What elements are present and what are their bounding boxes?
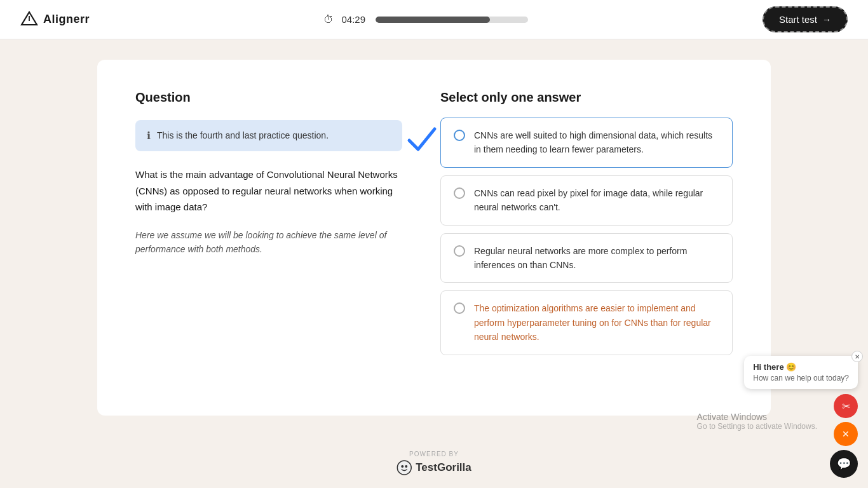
answer-options-list: CNNs are well suited to high dimensional… [440,118,733,355]
progress-bar-container [376,17,528,23]
chat-tooltip: ✕ Hi there 😊 How can we help out today? [744,356,858,389]
chat-open-button[interactable]: 💬 [830,450,858,478]
radio-option-4[interactable] [454,302,465,314]
answer-option-1[interactable]: CNNs are well suited to high dimensional… [440,118,733,168]
chat-emoji-button[interactable]: ✕ [834,422,858,446]
info-icon: ℹ [147,130,151,142]
footer: POWERED BY TestGorilla [397,451,471,475]
radio-option-2[interactable] [454,187,465,199]
logo-area: Alignerr [20,11,90,29]
question-note-text: Here we assume we will be looking to ach… [135,228,402,257]
chat-icon-buttons: ✂ ✕ 💬 [830,394,858,478]
answer-option-4[interactable]: The optimization algorithms are easier t… [440,290,733,355]
option-3-text: Regular neural networks are more complex… [474,244,719,273]
question-main-text: What is the main advantage of Convolutio… [135,166,402,215]
right-panel: Select only one answer CNNs are well sui… [440,90,733,385]
svg-point-4 [405,465,407,468]
question-section-title: Question [135,90,402,105]
chat-close-button[interactable]: ✕ [851,351,863,362]
answer-option-3[interactable]: Regular neural networks are more complex… [440,233,733,283]
svg-point-3 [401,465,403,468]
testgorilla-logo-icon [397,460,412,475]
option-4-text: The optimization algorithms are easier t… [474,301,719,344]
progress-bar-fill [376,17,490,23]
start-test-label: Start test [779,14,817,25]
info-box: ℹ This is the fourth and last practice q… [135,120,402,151]
main-content: Question ℹ This is the fourth and last p… [0,39,868,436]
chat-greeting: Hi there 😊 [753,362,849,372]
alignerr-logo-icon [20,11,38,29]
radio-option-1[interactable] [454,130,465,141]
svg-point-2 [397,461,411,475]
start-test-button[interactable]: Start test → [763,6,848,32]
timer-icon: ⏱ [323,14,334,25]
header: Alignerr ⏱ 04:29 Start test → [0,0,868,39]
timer-progress-area: ⏱ 04:29 [90,14,763,25]
question-card: Question ℹ This is the fourth and last p… [97,60,771,416]
chat-message: How can we help out today? [753,374,849,383]
option-2-text: CNNs can read pixel by pixel for image d… [474,186,719,215]
answer-option-2[interactable]: CNNs can read pixel by pixel for image d… [440,175,733,226]
answer-section-title: Select only one answer [440,90,733,105]
radio-option-3[interactable] [454,245,465,257]
option-1-text: CNNs are well suited to high dimensional… [474,128,719,157]
timer-display: 04:29 [341,14,368,25]
footer-powered-by: POWERED BY [409,451,459,458]
info-message: This is the fourth and last practice que… [157,129,329,142]
chat-scissors-button[interactable]: ✂ [834,394,858,418]
start-test-arrow: → [822,15,831,25]
footer-brand-text: TestGorilla [416,461,471,474]
blue-checkmark-icon [404,121,439,156]
logo-text: Alignerr [43,13,90,26]
left-panel: Question ℹ This is the fourth and last p… [135,90,402,385]
chat-panel: ✕ Hi there 😊 How can we help out today? … [744,356,858,478]
footer-logo: TestGorilla [397,460,471,475]
